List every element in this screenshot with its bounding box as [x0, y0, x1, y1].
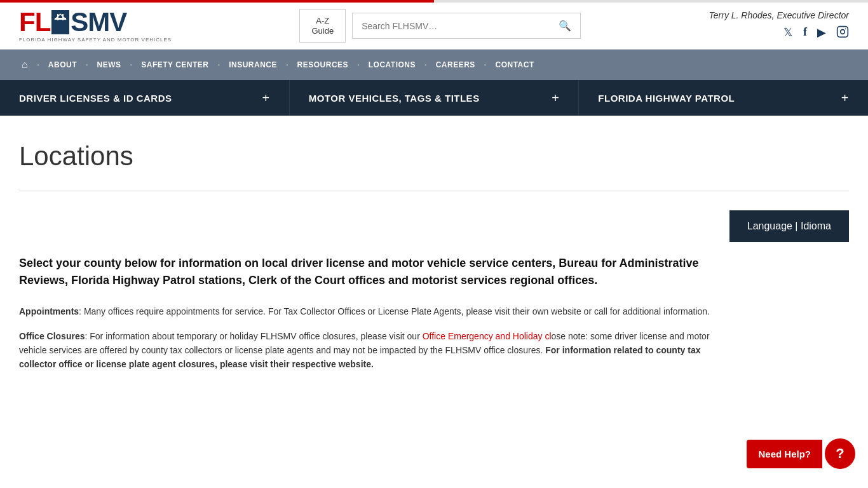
- nav-news[interactable]: NEWS: [88, 50, 130, 80]
- top-bar: FL SMV FLORIDA HIGHWAY SAFETY AND MOTOR …: [0, 3, 868, 50]
- language-button[interactable]: Language | Idioma: [729, 210, 849, 242]
- main-description: Select your county below for information…: [19, 255, 718, 289]
- nav-resources[interactable]: RESOURCES: [288, 50, 358, 80]
- search-input[interactable]: [353, 15, 550, 37]
- search-area: A-Z Guide 🔍: [299, 9, 581, 43]
- nav-contact[interactable]: CONTACT: [486, 50, 543, 80]
- office-closures-para: Office Closures: For information about t…: [19, 329, 718, 372]
- mega-nav-fhp-label: FLORIDA HIGHWAY PATROL: [598, 93, 735, 104]
- svg-point-7: [841, 30, 845, 34]
- logo-subtitle: FLORIDA HIGHWAY SAFETY AND MOTOR VEHICLE…: [19, 37, 172, 43]
- svg-point-8: [845, 29, 846, 30]
- mega-nav-fhp[interactable]: FLORIDA HIGHWAY PATROL +: [579, 80, 868, 116]
- twitter-icon[interactable]: 𝕏: [783, 25, 793, 41]
- logo-bridge-icon: [53, 13, 67, 32]
- mega-nav-fhp-plus: +: [841, 91, 849, 105]
- mega-nav-motor-vehicles[interactable]: MOTOR VEHICLES, TAGS & TITLES +: [290, 80, 580, 116]
- mega-nav-driver-licenses[interactable]: DRIVER LICENSES & ID CARDS +: [0, 80, 290, 116]
- instagram-icon[interactable]: [836, 25, 849, 41]
- appointments-text: : Many offices require appointments for …: [79, 306, 710, 316]
- mega-nav: DRIVER LICENSES & ID CARDS + MOTOR VEHIC…: [0, 80, 868, 116]
- logo[interactable]: FL SMV FLORIDA HIGHWAY SAFETY AND MOTOR …: [19, 9, 172, 43]
- facebook-icon[interactable]: f: [803, 25, 807, 41]
- page-title: Locations: [19, 141, 849, 172]
- office-closures-text-1: : For information about temporary or hol…: [85, 331, 422, 341]
- mega-nav-motor-vehicles-plus: +: [552, 91, 559, 105]
- nav-safety-center[interactable]: SAFETY CENTER: [132, 50, 217, 80]
- social-icons: 𝕏 f ▶: [783, 25, 849, 41]
- svg-rect-3: [55, 22, 66, 29]
- office-closures-link[interactable]: Office Emergency and Holiday cl: [423, 331, 552, 341]
- exec-title: Terry L. Rhodes, Executive Director: [709, 10, 849, 20]
- nav-insurance[interactable]: INSURANCE: [220, 50, 286, 80]
- svg-rect-6: [837, 27, 848, 37]
- mega-nav-motor-vehicles-label: MOTOR VEHICLES, TAGS & TITLES: [309, 93, 480, 104]
- nav-home[interactable]: ⌂: [13, 50, 37, 80]
- search-button[interactable]: 🔍: [550, 13, 580, 38]
- top-right: Terry L. Rhodes, Executive Director 𝕏 f …: [709, 10, 849, 41]
- mega-nav-driver-licenses-plus: +: [262, 91, 269, 105]
- logo-area[interactable]: FL SMV FLORIDA HIGHWAY SAFETY AND MOTOR …: [19, 9, 172, 43]
- az-guide-button[interactable]: A-Z Guide: [299, 9, 346, 43]
- logo-fl: FL: [19, 9, 50, 36]
- appointments-para: Appointments: Many offices require appoi…: [19, 304, 718, 318]
- title-divider: [19, 191, 849, 191]
- nav-bar: ⌂ ● ABOUT ● NEWS ● SAFETY CENTER ● INSUR…: [0, 50, 868, 80]
- lang-btn-wrap: Language | Idioma: [19, 210, 849, 242]
- youtube-icon[interactable]: ▶: [817, 25, 826, 41]
- nav-about[interactable]: ABOUT: [39, 50, 86, 80]
- nav-careers[interactable]: CAREERS: [427, 50, 484, 80]
- logo-hsmv: SMV: [71, 9, 126, 36]
- office-closures-label: Office Closures: [19, 331, 85, 341]
- page-content: Locations Language | Idioma Select your …: [0, 116, 868, 401]
- nav-locations[interactable]: LOCATIONS: [360, 50, 424, 80]
- mega-nav-driver-licenses-label: DRIVER LICENSES & ID CARDS: [19, 93, 172, 104]
- search-box: 🔍: [352, 13, 581, 39]
- appointments-label: Appointments: [19, 306, 79, 316]
